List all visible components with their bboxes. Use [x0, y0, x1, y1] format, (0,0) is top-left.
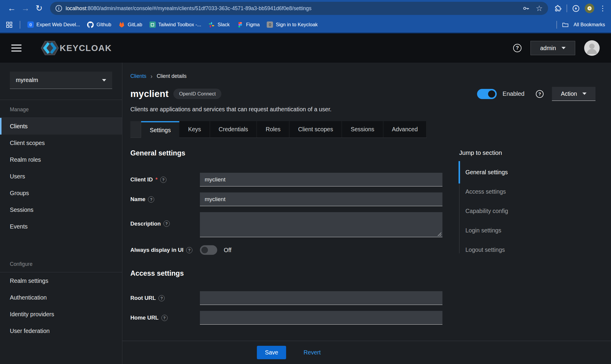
bookmark-keycloak[interactable]: ⟨⟩ Sign in to Keycloak: [267, 21, 317, 28]
save-button[interactable]: Save: [257, 346, 286, 359]
divider: [556, 21, 557, 29]
client-id-label: Client ID: [130, 176, 153, 183]
help-icon[interactable]: ?: [536, 90, 544, 98]
chrome-right-controls: ⋮: [552, 4, 606, 13]
browser-menu-icon[interactable]: ⋮: [599, 4, 606, 13]
header-controls: Enabled ? Action: [477, 87, 595, 101]
page-subtitle: Clients are applications and services th…: [130, 106, 595, 113]
sidebar-item-realm-settings[interactable]: Realm settings: [0, 272, 122, 289]
help-icon[interactable]: ?: [186, 247, 192, 253]
sidebar-item-realm-roles[interactable]: Realm roles: [0, 151, 122, 168]
help-icon[interactable]: ?: [158, 295, 165, 301]
jump-capability-config[interactable]: Capability config: [459, 208, 558, 215]
tab-advanced[interactable]: Advanced: [383, 121, 427, 138]
bookmark-expert-web-dev[interactable]: ⟨⟩ Expert Web Devel...: [27, 21, 80, 28]
performance-icon[interactable]: [572, 4, 580, 13]
chevron-down-icon: [561, 47, 566, 49]
url-host: localhost: [66, 5, 86, 11]
jump-access-settings[interactable]: Access settings: [459, 188, 558, 195]
help-icon[interactable]: ?: [160, 177, 166, 183]
resize-handle[interactable]: [437, 232, 441, 236]
sidebar-item-groups[interactable]: Groups: [0, 185, 122, 201]
tab-credentials[interactable]: Credentials: [210, 121, 257, 138]
nav-toggle-icon[interactable]: [11, 44, 21, 52]
apps-grid-icon[interactable]: [6, 21, 13, 28]
jump-logout-settings[interactable]: Logout settings: [459, 246, 558, 253]
tab-settings[interactable]: Settings: [141, 121, 179, 138]
browser-toolbar: ← → ↻ i localhost:8080/admin/master/cons…: [0, 0, 611, 17]
page-title: myclient: [130, 89, 169, 99]
chevron-down-icon: [582, 92, 587, 95]
client-id-input[interactable]: [200, 173, 442, 186]
tailwind-toolbox-favicon: [149, 21, 156, 28]
action-dropdown[interactable]: Action: [552, 87, 595, 101]
screen: ← → ↻ i localhost:8080/admin/master/cons…: [0, 0, 611, 364]
help-icon[interactable]: ?: [161, 315, 168, 321]
sidebar-item-client-scopes[interactable]: Client scopes: [0, 135, 122, 151]
user-menu-dropdown[interactable]: admin: [530, 41, 575, 55]
breadcrumb-clients-link[interactable]: Clients: [130, 73, 146, 79]
site-info-icon[interactable]: i: [55, 5, 62, 12]
realm-selector[interactable]: myrealm: [10, 72, 112, 89]
tab-keys[interactable]: Keys: [179, 121, 210, 138]
all-bookmarks[interactable]: All Bookmarks: [556, 21, 605, 29]
title-row: myclient OpenID Connect Enabled ? Action: [130, 87, 595, 101]
address-bar[interactable]: i localhost:8080/admin/master/console/#/…: [50, 2, 548, 15]
root-url-label: Root URL: [130, 295, 156, 301]
bookmark-figma[interactable]: Figma: [237, 21, 260, 28]
tabs: Settings Keys Credentials Roles Client s…: [122, 121, 611, 138]
url-path: :8080/admin/master/console/#/myrealm/cli…: [86, 5, 311, 11]
sidebar-item-events[interactable]: Events: [0, 218, 122, 235]
reload-icon[interactable]: ↻: [32, 4, 46, 13]
tab-client-scopes[interactable]: Client scopes: [289, 121, 342, 138]
toggle-state-label: Off: [224, 247, 232, 254]
revert-button[interactable]: Revert: [303, 349, 320, 356]
breadcrumb-separator-icon: ›: [151, 73, 153, 80]
back-icon[interactable]: ←: [5, 4, 18, 13]
jump-login-settings[interactable]: Login settings: [459, 227, 558, 234]
tab-roles[interactable]: Roles: [257, 121, 289, 138]
help-icon[interactable]: ?: [163, 220, 170, 227]
user-avatar[interactable]: [584, 40, 600, 56]
toggle-knob: [201, 247, 208, 253]
home-url-input[interactable]: [200, 311, 442, 325]
sidebar-item-users[interactable]: Users: [0, 168, 122, 185]
root-url-input[interactable]: [200, 291, 442, 305]
extensions-icon[interactable]: [554, 4, 562, 12]
description-label: Description: [130, 220, 161, 227]
name-label: Name: [130, 196, 145, 203]
bookmark-github[interactable]: GIthub: [87, 21, 111, 28]
browser-profile-avatar[interactable]: [585, 4, 594, 13]
name-input[interactable]: [200, 192, 442, 206]
bookmark-slack[interactable]: Slack: [208, 21, 229, 28]
root-url-row: Root URL ?: [130, 291, 442, 305]
enabled-toggle[interactable]: [477, 89, 497, 99]
access-settings-heading: Access settings: [130, 269, 442, 277]
help-icon[interactable]: ?: [513, 44, 521, 52]
description-textarea[interactable]: [200, 212, 442, 237]
help-icon[interactable]: ?: [148, 196, 154, 203]
always-display-row: Always display in UI ? Off: [130, 243, 442, 257]
name-row: Name ?: [130, 192, 442, 206]
masthead-controls: ? admin: [513, 40, 600, 56]
sidebar-item-authentication[interactable]: Authentication: [0, 289, 122, 306]
sidebar-item-sessions[interactable]: Sessions: [0, 201, 122, 218]
jump-title: Jump to section: [459, 149, 558, 156]
breadcrumb-current: Client details: [157, 73, 186, 79]
jump-general-settings[interactable]: General settings: [459, 169, 558, 176]
tab-sessions[interactable]: Sessions: [342, 121, 383, 138]
bookmark-star-icon[interactable]: ☆: [536, 4, 543, 12]
client-id-row: Client ID * ?: [130, 173, 442, 186]
sidebar-item-clients[interactable]: Clients: [0, 118, 122, 135]
divider: [567, 4, 567, 12]
sidebar-item-user-federation[interactable]: User federation: [0, 323, 122, 339]
bookmark-tailwind-toolbox[interactable]: Tailwind Toolbox -...: [149, 21, 201, 28]
sidebar-item-identity-providers[interactable]: Identity providers: [0, 306, 122, 323]
always-display-toggle[interactable]: [200, 245, 217, 255]
bookmark-gitlab[interactable]: GitLab: [118, 21, 142, 28]
password-key-icon[interactable]: [522, 4, 530, 12]
forward-icon[interactable]: →: [18, 4, 32, 13]
github-favicon: [87, 21, 94, 28]
masthead: KEYCLOAK ? admin: [0, 33, 611, 63]
jump-list: General settings Access settings Capabil…: [459, 169, 558, 253]
